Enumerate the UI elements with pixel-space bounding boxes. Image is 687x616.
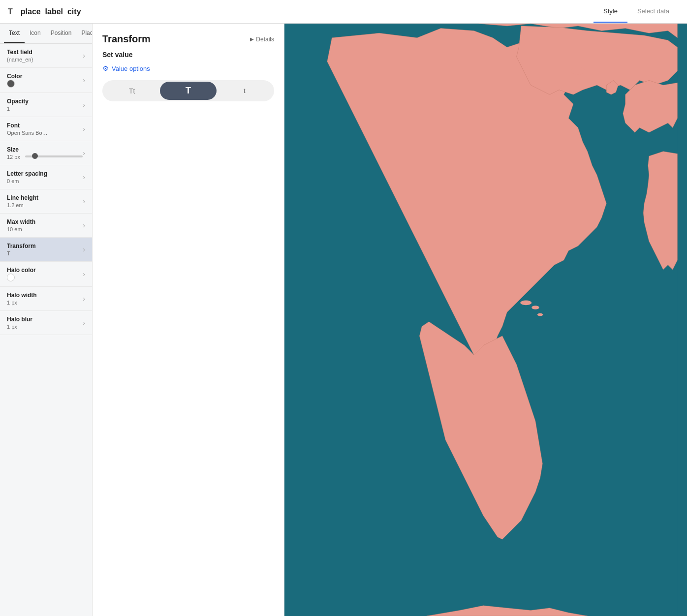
prop-opacity[interactable]: Opacity 1 ›: [0, 93, 92, 117]
svg-point-4: [571, 67, 585, 74]
transform-option-lowercase[interactable]: t: [217, 83, 273, 98]
chevron-right-icon: ›: [83, 76, 85, 84]
subtab-text[interactable]: Text: [4, 24, 25, 43]
size-slider-thumb: [32, 153, 38, 159]
subtab-icon[interactable]: Icon: [25, 24, 46, 43]
gear-icon: ⚙: [102, 64, 109, 72]
left-panel: Text Icon Position Placement Text field …: [0, 24, 93, 616]
chevron-right-icon: ›: [83, 149, 85, 157]
prop-font[interactable]: Font Open Sans Bo… ›: [0, 117, 92, 141]
size-slider[interactable]: [25, 155, 83, 157]
tab-style[interactable]: Style: [593, 0, 627, 23]
prop-letter-spacing[interactable]: Letter spacing 0 em ›: [0, 165, 92, 189]
layer-title: place_label_city: [21, 7, 586, 16]
chevron-right-icon: ›: [83, 221, 85, 229]
transform-detail-panel: Transform ▶ Details Set value ⚙ Value op…: [93, 24, 284, 616]
details-label: Details: [256, 36, 274, 43]
prop-line-height[interactable]: Line height 1.2 em ›: [0, 189, 92, 214]
chevron-right-icon: ›: [83, 173, 85, 181]
prop-color[interactable]: Color ›: [0, 68, 92, 93]
prop-halo-color[interactable]: Halo color ›: [0, 262, 92, 287]
prop-size[interactable]: Size 12 px ›: [0, 141, 92, 165]
chevron-right-icon: ›: [83, 125, 85, 133]
prop-transform[interactable]: Transform T ›: [0, 238, 92, 262]
prop-text-field[interactable]: Text field {name_en} ›: [0, 44, 92, 68]
chevron-right-icon: ›: [83, 295, 85, 303]
chevron-right-icon: ›: [83, 52, 85, 60]
chevron-right-icon: ›: [83, 197, 85, 205]
prop-max-width[interactable]: Max width 10 em ›: [0, 214, 92, 238]
color-swatch-dark: [7, 80, 15, 88]
color-swatch-white: [7, 274, 15, 281]
chevron-right-icon: ›: [83, 270, 85, 278]
chevron-right-icon: ›: [83, 246, 85, 253]
details-link[interactable]: ▶ Details: [250, 36, 274, 43]
transform-option-uppercase[interactable]: T: [160, 82, 216, 100]
set-value-label: Set value: [93, 49, 284, 64]
map-svg: [284, 24, 687, 616]
transform-panel-title: Transform: [102, 33, 151, 45]
main-layout: Text Icon Position Placement Text field …: [0, 24, 687, 616]
header: T place_label_city Style Select data: [0, 0, 687, 24]
svg-point-3: [537, 313, 543, 316]
svg-point-2: [531, 306, 539, 309]
header-tabs: Style Select data: [593, 0, 679, 23]
value-options-link[interactable]: ⚙ Value options: [93, 64, 284, 80]
subtab-placement[interactable]: Placement: [76, 24, 93, 43]
details-arrow-icon: ▶: [250, 36, 254, 42]
layer-icon: T: [8, 7, 13, 16]
value-options-text: Value options: [112, 65, 150, 72]
subtab-position[interactable]: Position: [46, 24, 77, 43]
transform-option-tt[interactable]: Tt: [104, 83, 160, 99]
tab-select-data[interactable]: Select data: [627, 0, 679, 23]
map-canvas[interactable]: [284, 24, 687, 616]
prop-halo-width[interactable]: Halo width 1 px ›: [0, 287, 92, 311]
chevron-right-icon: ›: [83, 101, 85, 109]
prop-halo-blur[interactable]: Halo blur 1 px ›: [0, 311, 92, 335]
transform-panel-header: Transform ▶ Details: [93, 24, 284, 49]
sub-tabs: Text Icon Position Placement: [0, 24, 92, 44]
chevron-right-icon: ›: [83, 319, 85, 327]
svg-point-1: [520, 301, 531, 306]
transform-options-group: Tt T t: [102, 80, 274, 101]
